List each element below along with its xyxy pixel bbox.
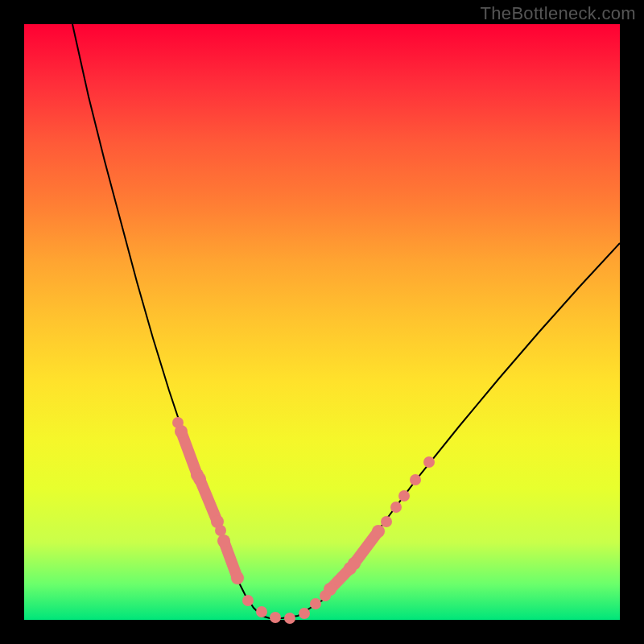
chart-frame: TheBottleneck.com <box>0 0 644 644</box>
bottom-dot-2 <box>256 606 267 617</box>
bottom-dot-6 <box>310 598 321 609</box>
left-segment-3-cap-b <box>231 572 244 584</box>
markers-group <box>172 417 435 624</box>
watermark-text: TheBottleneck.com <box>481 3 636 24</box>
bottleneck-curve <box>72 24 620 618</box>
right-dot-6 <box>423 456 435 468</box>
right-dot-4 <box>398 490 410 502</box>
right-segment-2-cap-a <box>348 557 361 570</box>
right-dot-5 <box>410 474 421 485</box>
left-segment-1 <box>181 431 197 475</box>
bottom-dot-5 <box>299 608 310 619</box>
left-segment-2 <box>200 479 217 522</box>
right-segment-2-cap-b <box>372 525 385 538</box>
bottom-dot-1 <box>242 595 254 606</box>
left-mid-dot <box>215 525 226 536</box>
right-dot-3 <box>390 502 402 513</box>
plot-area <box>24 24 620 620</box>
chart-svg <box>24 24 620 620</box>
bottom-dot-4 <box>284 613 295 624</box>
right-segment-1-cap-a <box>324 583 336 596</box>
left-segment-2-cap-a <box>193 473 206 485</box>
left-segment-3-cap-a <box>217 535 230 547</box>
right-dot-2 <box>381 516 392 527</box>
left-top-dot <box>172 417 184 428</box>
bottom-dot-3 <box>270 612 281 623</box>
